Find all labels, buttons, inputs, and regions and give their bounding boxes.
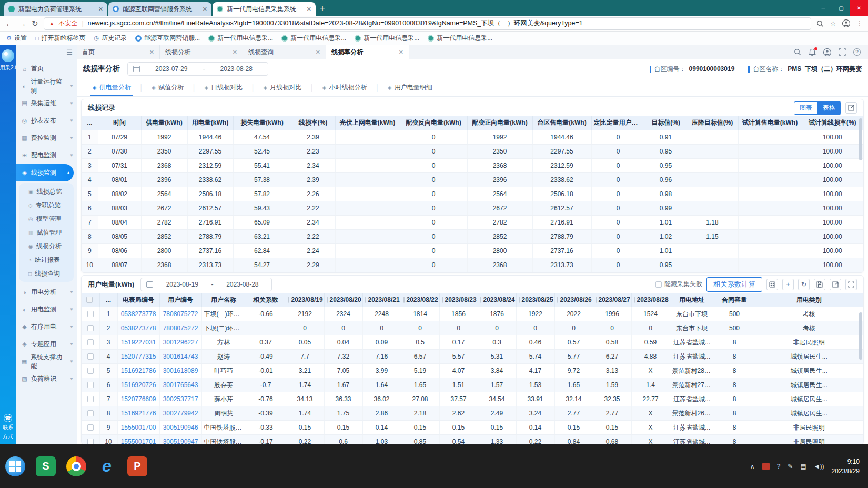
column-header[interactable]: 损失电量(kWh) [233,116,291,130]
user-no-link[interactable]: 3002537717 [159,392,201,406]
row-checkbox[interactable] [87,339,94,345]
row-checkbox[interactable] [87,382,94,388]
table-row[interactable]: 808/0528522788.7963.212.22028522788.7901… [82,229,863,243]
tray-volume-icon[interactable]: ◄)) [814,463,824,470]
sidebar-subitem-线损查询[interactable]: □线损查询 [19,267,74,280]
table-row[interactable]: 715207766093002537717薛小芹-0.7634.1336.333… [82,392,863,406]
refresh-icon[interactable]: ↻ [798,279,810,290]
table-row[interactable]: 915550017003005190946中国铁塔股份有...-0.330.15… [82,421,863,435]
save-icon[interactable] [814,279,825,290]
correlation-calc-button[interactable]: 相关系数计算 [706,277,762,292]
search-icon[interactable] [794,48,801,56]
hide-failed-option[interactable]: 隐藏采集失败 [655,280,702,289]
tab-close-icon[interactable]: ✕ [149,49,154,56]
tray-expand-icon[interactable]: ∧ [750,463,755,470]
workspace-tab-线损查询[interactable]: 线损查询✕ [243,45,326,59]
column-header[interactable]: 用电类别 [755,293,863,307]
table-row[interactable]: 105382737787808075272下坝(二)环美变-0.66219223… [82,307,863,321]
tray-help-icon[interactable]: ? [777,463,781,470]
date-column-header[interactable]: 2023/08/19 [286,293,324,307]
bookmark-item[interactable]: 新一代用电信息采... [281,34,346,43]
sidebar-subitem-专职总览[interactable]: ◇专职总览 [19,198,74,212]
tab-close-icon[interactable]: ✕ [316,49,320,56]
table-row[interactable]: 608/0326722612.5759.432.22026722612.5700… [82,201,863,215]
user-no-link[interactable]: 3001765643 [159,378,201,392]
start-button[interactable] [5,456,25,476]
user-icon[interactable] [823,48,831,56]
powerpoint-icon[interactable]: P [127,456,147,476]
date-column-checkbox[interactable] [403,297,405,303]
contact-block[interactable]: ☎ 联系 方式 [3,414,13,440]
column-header[interactable]: 配变反向电量(kWh) [400,116,467,130]
grid-view-icon[interactable] [766,279,778,290]
date-column-header[interactable]: 2023/08/24 [478,293,516,307]
column-header[interactable]: 试计算线损率(%) [802,116,863,130]
star-icon[interactable]: ☆ [830,20,836,27]
table-row[interactable]: 815169217763002779942周明慧-0.391.741.752.8… [82,406,863,421]
table-row[interactable]: 508/0225642506.1857.822.26025642506.1800… [82,187,863,201]
sidebar-item-配电监测[interactable]: ⊞配电监测▼ [16,147,77,164]
user-no-link[interactable]: 7808075272 [159,321,201,336]
sidebar-subitem-赋值管理[interactable]: ▥赋值管理 [19,226,74,239]
user-no-link[interactable]: 3001618089 [159,364,201,378]
sidebar-item-计量运行监测[interactable]: ◐计量运行监测▼ [16,77,77,95]
column-header[interactable]: 电表局编号 [117,293,159,307]
bookmark-item[interactable]: 新一代用电信息采... [428,34,492,43]
table-row[interactable]: 1008/0723682313.7354.272.29023682313.730… [82,258,863,272]
export-icon[interactable] [830,279,841,290]
subtab-小时线损分析[interactable]: ◈小时线损分析 [314,79,376,96]
fullscreen-icon[interactable] [845,279,857,290]
browser-tab[interactable]: 新一代用电信息采集系统✕ [213,2,316,16]
loss-date-range-picker[interactable]: 2023-07-29 - 2023-08-28 [127,62,268,76]
hide-failed-checkbox[interactable] [655,281,662,288]
scrollbar-thumb[interactable] [859,312,862,360]
profile-icon[interactable] [842,19,850,27]
date-column-checkbox[interactable] [480,297,481,303]
select-all-checkbox[interactable] [86,297,93,303]
bookmark-item[interactable]: ◷历史记录 [94,34,127,43]
table-row[interactable]: 315192270313001296227方林0.370.050.040.090… [82,336,863,350]
user-no-link[interactable]: 7808075272 [159,307,201,321]
row-checkbox[interactable] [87,424,94,431]
browser-tab[interactable]: 新型电力负荷管理系统✕ [4,2,107,16]
user-no-link[interactable]: 3002779942 [159,406,201,421]
bookmark-item[interactable]: 新一代用电信息采... [208,34,273,43]
sidebar-collapse-icon[interactable]: ☰ [66,48,73,56]
column-header[interactable]: 用电地址 [670,293,714,307]
sidebar-item-首页[interactable]: ⌂首页 [16,60,77,77]
date-column-header[interactable]: 2023/08/25 [516,293,554,307]
meter-no-link[interactable]: 1555001701 [117,435,159,445]
date-column-checkbox[interactable] [634,297,635,303]
date-column-checkbox[interactable] [442,297,443,303]
ie-icon[interactable]: e [97,456,117,476]
sidebar-item-费控监测[interactable]: ▦费控监测▼ [16,129,77,147]
chrome-icon[interactable] [66,456,86,476]
sidebar-item-专题应用[interactable]: ◈专题应用▼ [16,336,77,353]
meter-no-link[interactable]: 1516921786 [117,364,159,378]
sidebar-item-用电监测[interactable]: ◐用电监测▼ [16,301,77,318]
new-tab-button[interactable]: + [320,3,325,14]
user-no-link[interactable]: 3005190946 [159,421,201,435]
row-checkbox[interactable] [87,410,94,416]
meter-no-link[interactable]: 1520777315 [117,350,159,364]
column-header[interactable]: 目标值(%) [645,116,687,130]
row-checkbox[interactable] [87,368,94,374]
bookmark-item[interactable]: 能源互联网营销服... [135,34,200,43]
tray-app-icon[interactable] [762,463,770,470]
export-icon[interactable] [845,102,857,114]
forward-icon[interactable]: → [18,19,26,28]
address-bar[interactable]: ▲ 不安全 | neweic.js.sgcc.com.cn/#/llm/line… [44,17,812,30]
column-header[interactable]: 试计算售电量(kWh) [738,116,802,130]
tab-close-icon[interactable]: ✕ [233,49,237,56]
row-checkbox[interactable] [87,325,94,331]
meter-no-link[interactable]: 1519227031 [117,336,159,350]
workspace-tab-线损率分析[interactable]: 线损率分析✕ [326,45,409,59]
subtab-日线损对比[interactable]: ◈日线损对比 [196,79,251,96]
sidebar-subitem-统计报表[interactable]: ◔统计报表 [19,253,74,267]
column-header[interactable]: ... [99,293,117,307]
tray-keyboard-icon[interactable]: ▤ [800,463,806,470]
column-header[interactable]: 用户名称 [201,293,246,307]
back-icon[interactable]: ← [5,19,13,28]
date-column-header[interactable]: 2023/08/21 [362,293,401,307]
bookmark-item[interactable]: ⚙设置 [6,34,27,43]
